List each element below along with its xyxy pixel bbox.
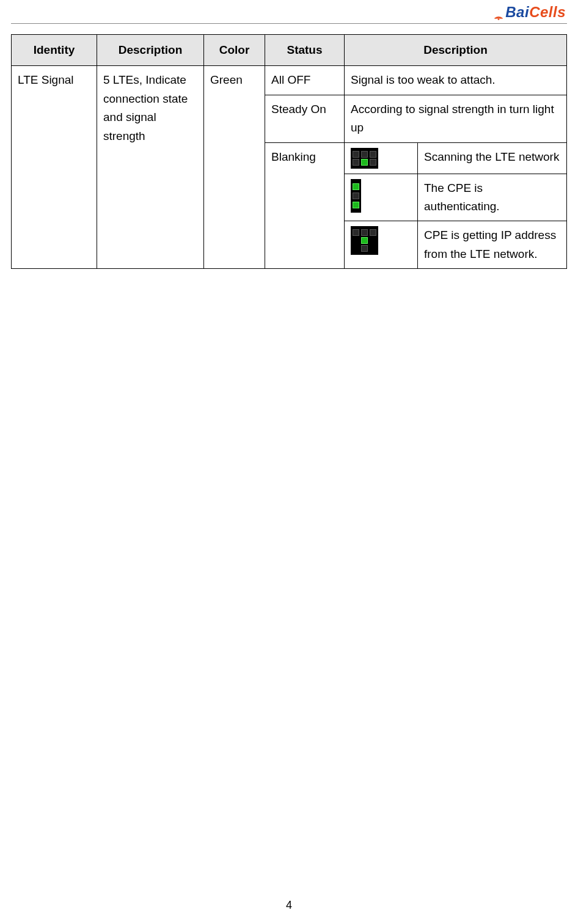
cell-desc-scan: Scanning the LTE network [418,142,567,174]
logo-text-bai: Bai [505,4,529,20]
page-number: 4 [0,899,578,912]
cell-desc-auth: The CPE is authenticating. [418,174,567,221]
cell-icon-auth [345,174,418,221]
th-description2: Description [345,35,567,66]
led-status-table: Identity Description Color Status Descri… [11,34,567,269]
cell-icon-ip [345,221,418,269]
logo-text-cells: Cells [529,4,566,20]
table-header-row: Identity Description Color Status Descri… [12,35,567,66]
cell-desc-alloff: Signal is too weak to attach. [345,66,567,95]
header-divider [11,23,567,24]
svg-point-0 [498,18,500,20]
cell-status-steadyon: Steady On [265,95,345,142]
th-color: Color [204,35,265,66]
brand-logo: BaiCells [493,4,566,21]
led-indicator-auth-icon [351,179,361,213]
cell-desc-steadyon: According to signal strength in turn lig… [345,95,567,142]
th-description1: Description [97,35,204,66]
led-indicator-ip-icon [351,226,378,255]
cell-status-blanking: Blanking [265,142,345,269]
wifi-arc-icon [493,8,504,19]
document-page: BaiCells Identity Description Color Stat… [0,0,578,924]
cell-desc-ip: CPE is getting IP address from the LTE n… [418,221,567,269]
th-status: Status [265,35,345,66]
cell-status-alloff: All OFF [265,66,345,95]
cell-desc1: 5 LTEs, Indicate connection state and si… [97,66,204,269]
cell-color: Green [204,66,265,269]
cell-identity: LTE Signal [12,66,97,269]
cell-icon-scan [345,142,418,174]
th-identity: Identity [12,35,97,66]
led-indicator-scan-icon [351,148,378,169]
table-row: LTE Signal 5 LTEs, Indicate connection s… [12,66,567,95]
